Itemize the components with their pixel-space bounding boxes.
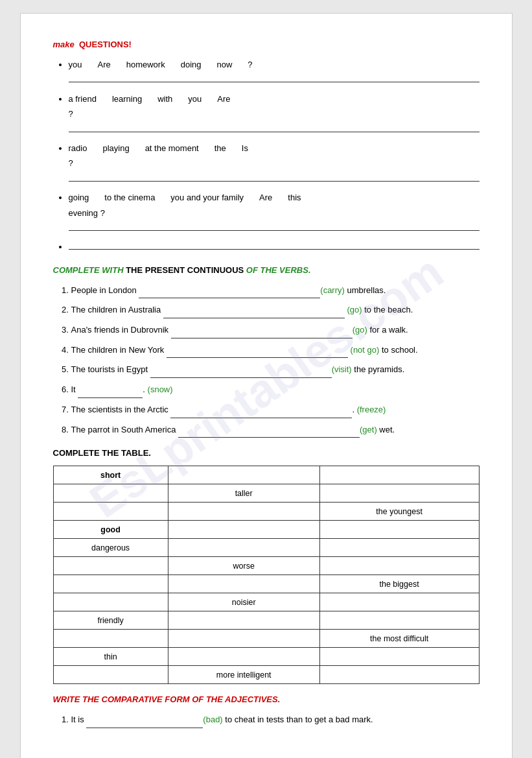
- table-cell: [53, 503, 168, 521]
- table-cell: more intelligent: [168, 666, 319, 684]
- section1-title: make QUESTIONS!: [53, 40, 480, 49]
- table-row: good: [53, 521, 479, 539]
- table-row: friendly: [53, 611, 479, 630]
- fill-blank[interactable]: [163, 308, 345, 318]
- list-item: going to the cinema you and your family …: [69, 190, 480, 235]
- list-item: a friend learning with you Are ?: [69, 91, 480, 137]
- list-item: The parrot in South America (get) wet.: [71, 422, 480, 438]
- title-make: make: [53, 40, 75, 49]
- section-make-questions: make QUESTIONS! you Are homework doing n…: [53, 40, 480, 255]
- table-cell: dangerous: [53, 539, 168, 557]
- complete-list: People in London (carry) umbrellas. The …: [71, 283, 480, 438]
- table-cell: [168, 466, 319, 484]
- table-cell: [53, 630, 168, 648]
- fill-blank[interactable]: [170, 408, 352, 418]
- table-row: worse: [53, 557, 479, 575]
- table-cell: friendly: [53, 611, 168, 630]
- word-row: radio playing at the moment the Is: [69, 141, 480, 156]
- fill-blank[interactable]: [178, 427, 360, 438]
- comparative-list: It is (bad) to cheat in tests than to ge…: [71, 712, 480, 728]
- table-row: noisier: [53, 593, 479, 611]
- table-cell: the biggest: [319, 575, 479, 593]
- section3-title: COMPLETE THE TABLE.: [53, 448, 480, 458]
- table-cell: noisier: [168, 593, 319, 611]
- section-present-continuous: COMPLETE WITH THE PRESENT CONTINUOUS OF …: [53, 265, 480, 438]
- table-row: the most difficult: [53, 630, 479, 648]
- table-cell: [168, 611, 319, 630]
- list-item: The children in New York (not go) to sch…: [71, 342, 480, 359]
- table-cell: taller: [168, 484, 319, 503]
- fill-blank[interactable]: [167, 348, 348, 358]
- word-row: a friend learning with you Are: [69, 91, 480, 106]
- answer-blank: [69, 122, 480, 137]
- table-cell: [319, 466, 479, 484]
- table-row: dangerous: [53, 539, 479, 557]
- answer-blank: [69, 171, 480, 186]
- list-item: The tourists in Egypt (visit) the pyrami…: [71, 362, 480, 378]
- table-row: the biggest: [53, 575, 479, 593]
- answer-blank: [69, 239, 480, 250]
- fill-blank[interactable]: [86, 718, 203, 728]
- table-cell: [168, 630, 319, 648]
- second-line: ?: [69, 106, 480, 121]
- table-cell: [53, 557, 168, 575]
- list-item: The scientists in the Arctic . (freeze): [71, 402, 480, 418]
- list-item: radio playing at the moment the Is ?: [69, 141, 480, 186]
- section-table: COMPLETE THE TABLE. short taller the you…: [53, 448, 480, 684]
- table-cell: [53, 593, 168, 611]
- fill-blank[interactable]: [139, 288, 320, 298]
- worksheet-page: EsLprintables.com make QUESTIONS! you Ar…: [20, 13, 513, 758]
- adjective-table: short taller the youngest good dangerous: [53, 466, 480, 684]
- answer-blank: [69, 72, 480, 87]
- table-row: thin: [53, 648, 479, 666]
- list-item: It is (bad) to cheat in tests than to ge…: [71, 712, 480, 728]
- table-cell: [319, 593, 479, 611]
- table-cell: thin: [53, 648, 168, 666]
- fill-blank[interactable]: [78, 388, 143, 398]
- fill-blank[interactable]: [150, 368, 332, 378]
- table-cell: [168, 648, 319, 666]
- second-line: evening ?: [69, 206, 480, 220]
- table-cell: [168, 539, 319, 557]
- table-row: the youngest: [53, 503, 479, 521]
- table-cell: [53, 666, 168, 684]
- list-item: you Are homework doing now ?: [69, 57, 480, 88]
- title-questions: QUESTIONS!: [79, 40, 132, 49]
- questions-list: you Are homework doing now ? a friend le…: [69, 57, 480, 255]
- answer-blank: [69, 220, 480, 235]
- table-cell: the most difficult: [319, 630, 479, 648]
- table-row: taller: [53, 484, 479, 503]
- table-cell: good: [53, 521, 168, 539]
- table-cell: [319, 484, 479, 503]
- table-cell: the youngest: [319, 503, 479, 521]
- table-cell: [168, 521, 319, 539]
- list-item: [69, 239, 480, 254]
- section4-title: WRITE THE COMPARATIVE FORM OF THE ADJECT…: [53, 694, 480, 704]
- table-cell: short: [53, 466, 168, 484]
- list-item: The children in Australia (go) to the be…: [71, 302, 480, 318]
- second-line: ?: [69, 156, 480, 171]
- word-row: you Are homework doing now ?: [69, 57, 480, 72]
- section-comparative: WRITE THE COMPARATIVE FORM OF THE ADJECT…: [53, 694, 480, 728]
- table-row: more intelligent: [53, 666, 479, 684]
- table-cell: [319, 557, 479, 575]
- table-cell: [168, 503, 319, 521]
- list-item: It . (snow): [71, 382, 480, 398]
- word-row: going to the cinema you and your family …: [69, 190, 480, 205]
- table-cell: [53, 484, 168, 503]
- section2-title: COMPLETE WITH THE PRESENT CONTINUOUS OF …: [53, 265, 480, 275]
- table-row: short: [53, 466, 479, 484]
- table-cell: worse: [168, 557, 319, 575]
- table-cell: [168, 575, 319, 593]
- table-cell: [53, 575, 168, 593]
- fill-blank[interactable]: [171, 328, 353, 338]
- table-cell: [319, 648, 479, 666]
- table-cell: [319, 611, 479, 630]
- list-item: Ana's friends in Dubrovnik (go) for a wa…: [71, 322, 480, 338]
- table-cell: [319, 521, 479, 539]
- table-cell: [319, 539, 479, 557]
- table-cell: [319, 666, 479, 684]
- list-item: People in London (carry) umbrellas.: [71, 283, 480, 299]
